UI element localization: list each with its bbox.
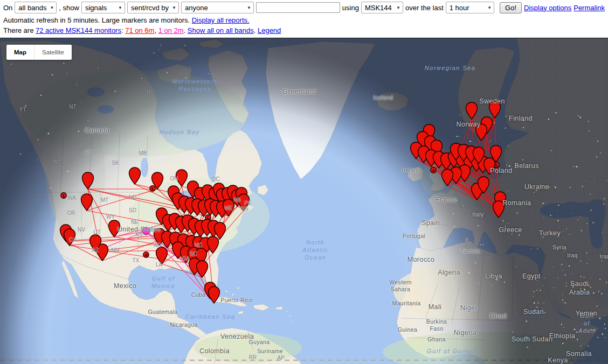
map-type-satellite-button[interactable]: Satellite bbox=[34, 45, 72, 60]
monitor-marker[interactable] bbox=[238, 194, 250, 211]
legend-link[interactable]: Legend bbox=[258, 26, 281, 34]
monitor-marker[interactable] bbox=[489, 101, 501, 118]
colon-text: : bbox=[121, 26, 125, 34]
callsign-input[interactable] bbox=[256, 2, 340, 13]
over-label: over the last bbox=[405, 4, 444, 12]
monitor-marker[interactable] bbox=[484, 158, 495, 174]
world-map[interactable]: LLLLeLLeLe CanadaUnited StatesMexicoGree… bbox=[0, 38, 608, 364]
show-all-bands-link[interactable]: Show all on all bands bbox=[188, 26, 254, 34]
selected-path-line bbox=[114, 231, 146, 237]
markers-layer: LLLLeLLeLe bbox=[0, 38, 608, 364]
comma-text: , bbox=[154, 26, 158, 34]
map-type-map-button[interactable]: Map bbox=[6, 45, 34, 60]
monitor-marker[interactable] bbox=[64, 229, 75, 246]
refresh-text: Automatic refresh in 5 minutes. Large ma… bbox=[3, 16, 192, 24]
chevron-down-icon: ▼ bbox=[118, 5, 122, 10]
direction-select[interactable]: sent/rcvd by▼ bbox=[127, 2, 179, 13]
header: On all bands▼ , show signals▼ sent/rcvd … bbox=[0, 0, 608, 38]
monitor-markers bbox=[60, 101, 506, 303]
monitor-marker[interactable] bbox=[476, 124, 487, 141]
chevron-down-icon: ▼ bbox=[487, 5, 492, 10]
selected-station-marker[interactable] bbox=[142, 227, 150, 235]
monitor-marker[interactable] bbox=[81, 194, 93, 211]
band-select[interactable]: all bands▼ bbox=[15, 2, 57, 13]
using-label: using bbox=[342, 4, 359, 12]
monitor-marker[interactable] bbox=[215, 222, 226, 239]
monitor-marker[interactable] bbox=[176, 170, 188, 186]
svg-text:L: L bbox=[495, 163, 498, 167]
period-text: . bbox=[184, 26, 188, 34]
active-monitors-link[interactable]: 72 active MSK144 monitors bbox=[36, 26, 121, 34]
permalink-link[interactable]: Permalink bbox=[574, 4, 605, 12]
on-label: On bbox=[3, 4, 12, 12]
who-select[interactable]: anyone▼ bbox=[181, 2, 254, 13]
station-marker[interactable]: L bbox=[61, 193, 66, 198]
chevron-down-icon: ▼ bbox=[396, 5, 400, 10]
chevron-down-icon: ▼ bbox=[50, 5, 54, 10]
query-toolbar: On all bands▼ , show signals▼ sent/rcvd … bbox=[0, 0, 608, 15]
city-lights bbox=[8, 45, 608, 348]
monitor-marker[interactable] bbox=[197, 261, 208, 277]
monitors-prefix: There are bbox=[3, 26, 36, 34]
monitor-marker[interactable] bbox=[208, 236, 219, 253]
monitor-marker[interactable] bbox=[129, 167, 141, 184]
signal-path-line bbox=[87, 211, 162, 225]
monitors-6m-link[interactable]: 71 on 6m bbox=[125, 26, 154, 34]
what-select[interactable]: signals▼ bbox=[81, 2, 125, 13]
svg-text:L: L bbox=[151, 187, 154, 191]
mode-select[interactable]: MSK144▼ bbox=[361, 2, 403, 13]
svg-text:e: e bbox=[432, 169, 435, 173]
signal-path-line bbox=[87, 189, 157, 211]
status-line: Automatic refresh in 5 minutes. Large ma… bbox=[0, 15, 608, 25]
monitors-line: There are 72 active MSK144 monitors : 71… bbox=[0, 25, 608, 36]
pskreporter-page: On all bands▼ , show signals▼ sent/rcvd … bbox=[0, 0, 608, 364]
period-select[interactable]: 1 hour▼ bbox=[446, 2, 494, 13]
svg-text:L: L bbox=[63, 194, 65, 198]
display-options-link[interactable]: Display options bbox=[524, 4, 571, 12]
monitors-2m-link[interactable]: 1 on 2m bbox=[158, 26, 184, 34]
map-type-control: Map Satellite bbox=[6, 45, 72, 60]
station-marker[interactable]: e bbox=[431, 167, 436, 173]
monitor-marker[interactable] bbox=[82, 172, 94, 189]
monitor-marker[interactable] bbox=[466, 102, 478, 119]
monitor-marker[interactable] bbox=[442, 169, 453, 186]
station-marker[interactable]: e bbox=[143, 252, 149, 257]
monitor-marker[interactable] bbox=[109, 220, 120, 237]
station-marker[interactable]: L bbox=[150, 186, 155, 191]
period-text: . bbox=[254, 26, 258, 34]
chevron-down-icon: ▼ bbox=[172, 5, 176, 10]
show-label: , show bbox=[59, 4, 79, 12]
display-all-reports-link[interactable]: Display all reports. bbox=[192, 16, 250, 24]
chevron-down-icon: ▼ bbox=[247, 5, 251, 10]
monitor-marker[interactable] bbox=[209, 286, 220, 303]
svg-text:e: e bbox=[145, 253, 148, 257]
go-button[interactable]: Go! bbox=[500, 2, 522, 13]
monitor-marker[interactable] bbox=[493, 201, 505, 218]
small-markers: LLLLeLLeLe bbox=[61, 162, 500, 257]
